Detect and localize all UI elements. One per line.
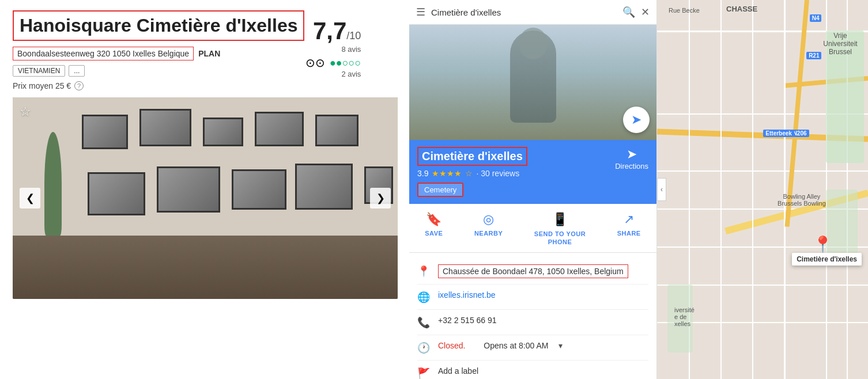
gm-stars: ★★★★ <box>432 169 462 178</box>
address-pin-icon: 📍 <box>417 265 430 278</box>
photo-section: ☆ ❮ ❯ <box>0 97 409 299</box>
tripadvisor-row: ⊙⊙ ●●○○○ <box>305 56 361 70</box>
place-title: Hanoisquare Cimetière d'Ixelles <box>20 15 297 36</box>
map-badge-r21: R21 <box>806 52 821 59</box>
share-label: SHARE <box>617 230 641 237</box>
rating-section: 7,7/10 8 avis ⊙⊙ ●●○○○ 2 avis <box>305 17 361 78</box>
gm-address-text: Chaussée de Boondael 478, 1050 Ixelles, … <box>438 264 628 278</box>
gm-phone-row: 📞 +32 2 515 66 91 <box>417 310 648 335</box>
gm-directions-text-area[interactable]: ➤ Directions <box>615 147 648 170</box>
gm-search-icon[interactable]: 🔍 <box>622 6 635 18</box>
map-pin-label: Cimetière d'ixelles <box>792 253 862 266</box>
gm-address-row: 📍 Chaussée de Boondael 478, 1050 Ixelles… <box>417 259 648 285</box>
gm-category-button[interactable]: Cemetery <box>417 183 463 197</box>
gm-place-name-box: Cimetière d'ixelles <box>417 147 527 166</box>
gm-hours-row: 🕐 Closed. Opens at 8:00 AM ▾ <box>417 335 648 361</box>
send-to-phone-icon: 📱 <box>552 212 568 227</box>
gm-hours-detail: Opens at 8:00 AM <box>484 341 548 350</box>
address-box: Boondaalsesteenweg 320 1050 Ixelles Belg… <box>13 47 194 60</box>
directions-arrow-icon: ➤ <box>631 112 641 127</box>
gm-search-input[interactable] <box>431 7 617 17</box>
gm-website-row: 🌐 ixelles.irisnet.be <box>417 285 648 310</box>
map-label-rue-becke: Rue Becke <box>669 7 700 14</box>
gm-directions-label: Directions <box>615 162 648 170</box>
help-icon[interactable]: ? <box>74 81 84 90</box>
next-photo-button[interactable]: ❯ <box>370 188 391 209</box>
prev-photo-button[interactable]: ❮ <box>20 188 40 209</box>
gm-photo-content <box>409 25 656 140</box>
map-label-vrije: VrijeUniversiteitBrussel <box>823 32 857 56</box>
plan-link[interactable]: PLAN <box>198 49 220 58</box>
phone-icon: 📞 <box>417 316 430 329</box>
gm-header: ☰ 🔍 ✕ <box>409 0 656 25</box>
gm-actions-bar: 🔖 SAVE ◎ NEARBY 📱 SEND TO YOURPHONE ↗ SH… <box>409 204 656 253</box>
tag-more[interactable]: ... <box>69 65 85 77</box>
hamburger-menu-icon[interactable]: ☰ <box>416 6 425 18</box>
gm-star-half: ☆ <box>465 169 473 178</box>
restaurant-photo <box>13 97 398 299</box>
send-to-phone-label: SEND TO YOURPHONE <box>534 230 586 247</box>
google-maps-panel: ☰ 🔍 ✕ ➤ Cimetière d'ixelles 3.9 ★★★★ ☆ ·… <box>409 0 657 379</box>
tag-vietnamien[interactable]: VIETNAMIEN <box>13 65 65 77</box>
map-collapse-button[interactable]: ‹ <box>657 178 666 201</box>
map-label-chasse: CHASSE <box>726 5 757 13</box>
ta-rating-circles: ●●○○○ <box>330 57 361 69</box>
place-title-box: Hanoisquare Cimetière d'Ixelles <box>13 10 304 41</box>
left-panel: Hanoisquare Cimetière d'Ixelles 7,7/10 8… <box>0 0 409 379</box>
hours-expand-icon[interactable]: ▾ <box>558 341 563 350</box>
gm-rating-row: 3.9 ★★★★ ☆ · 30 reviews <box>417 169 527 178</box>
map-background[interactable]: Rue Becke CHASSE N4 R21 N206 Etterbeek V… <box>657 0 868 379</box>
map-badge-etterbeek: Etterbeek <box>763 130 794 137</box>
gm-place-photo: ➤ <box>409 25 656 140</box>
gm-info-bar: Cimetière d'ixelles 3.9 ★★★★ ☆ · 30 revi… <box>409 140 656 204</box>
nearby-icon: ◎ <box>483 212 494 227</box>
nearby-label: NEARBY <box>474 230 503 237</box>
ta-reviews: 2 avis <box>305 70 361 78</box>
rating-max: /10 <box>346 30 361 41</box>
map-label-universite: iversitée dexelles <box>674 306 695 327</box>
gm-rating-num: 3.9 <box>417 169 428 178</box>
rating-count: 8 avis <box>305 45 361 54</box>
gm-share-button[interactable]: ↗ SHARE <box>612 212 647 247</box>
prix-label: Prix moyen 25 € <box>13 81 71 90</box>
clock-icon: 🕐 <box>417 342 430 354</box>
gm-phone[interactable]: +32 2 515 66 91 <box>438 316 497 325</box>
map-label-bowling: Bowling AlleyBrussels Bowling <box>778 193 826 207</box>
share-icon: ↗ <box>624 212 634 227</box>
label-flag-icon: 🚩 <box>417 367 430 379</box>
gm-place-info: Cimetière d'ixelles 3.9 ★★★★ ☆ · 30 revi… <box>417 147 527 197</box>
website-icon: 🌐 <box>417 291 430 304</box>
map-badge-n4: N4 <box>810 14 822 22</box>
gm-save-button[interactable]: 🔖 SAVE <box>419 212 448 247</box>
gm-directions-icon: ➤ <box>615 147 648 162</box>
gm-hours-status: Closed. <box>438 341 465 350</box>
gm-nearby-button[interactable]: ◎ NEARBY <box>469 212 508 247</box>
gm-details-section: 📍 Chaussée de Boondael 478, 1050 Ixelles… <box>409 253 656 379</box>
rating-score: 7,7 <box>313 17 346 44</box>
gm-label-prompt[interactable]: Add a label <box>438 366 478 376</box>
save-label: SAVE <box>425 230 443 237</box>
tripadvisor-logo: ⊙⊙ <box>305 56 325 70</box>
gm-label-row: 🚩 Add a label <box>417 361 648 379</box>
gm-close-icon[interactable]: ✕ <box>641 6 650 18</box>
map-location-pin: 📍 <box>813 235 833 254</box>
gm-directions-fab[interactable]: ➤ <box>623 107 650 133</box>
map-panel: ‹ Rue Becke CHASSE N4 R21 N206 Etterbeek… <box>657 0 868 379</box>
gm-website[interactable]: ixelles.irisnet.be <box>438 290 496 300</box>
gm-review-count: · 30 reviews <box>476 169 519 178</box>
favorite-star[interactable]: ☆ <box>20 104 31 119</box>
gm-place-name: Cimetière d'ixelles <box>422 150 523 162</box>
save-icon: 🔖 <box>426 212 441 227</box>
photo-container: ☆ ❮ ❯ <box>13 97 398 299</box>
gm-send-to-phone-button[interactable]: 📱 SEND TO YOURPHONE <box>529 212 591 247</box>
prix-row: Prix moyen 25 € ? <box>13 81 397 90</box>
